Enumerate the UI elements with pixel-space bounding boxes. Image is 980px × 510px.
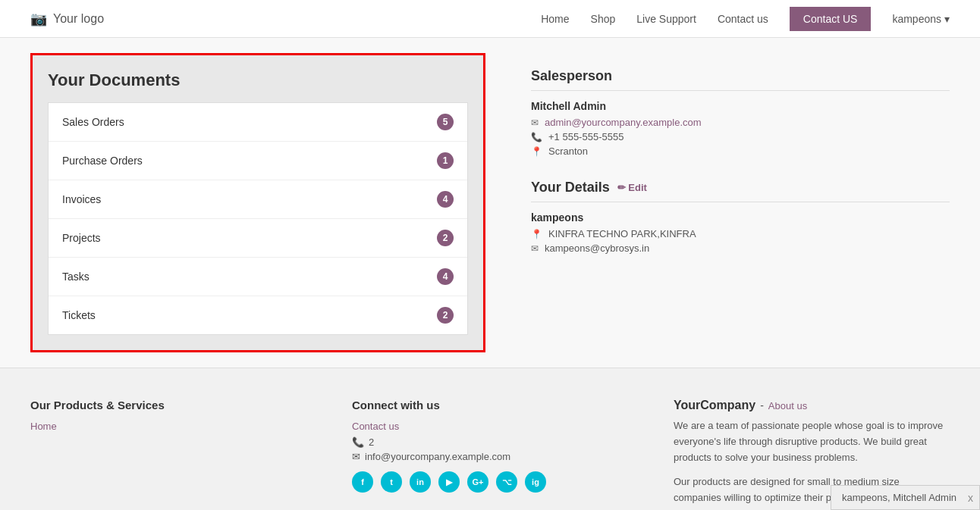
documents-list: Sales Orders5Purchase Orders1Invoices4Pr… <box>48 102 468 335</box>
main-content: Your Documents Sales Orders5Purchase Ord… <box>0 38 980 368</box>
nav-shop[interactable]: Shop <box>591 13 616 25</box>
doc-item[interactable]: Sales Orders5 <box>49 103 467 142</box>
doc-label: Purchase Orders <box>62 155 143 167</box>
doc-item[interactable]: Projects2 <box>49 219 467 258</box>
doc-badge: 5 <box>437 114 454 130</box>
main-nav: Home Shop Live Support Contact us Contac… <box>541 7 950 31</box>
edit-link[interactable]: ✏ Edit <box>617 182 647 193</box>
footer-home-link[interactable]: Home <box>30 421 306 432</box>
footer-connect-col: Connect with us Contact us 📞 2 ✉ info@yo… <box>352 399 628 510</box>
contact-us-button[interactable]: Contact US <box>790 7 872 31</box>
footer-contact-link[interactable]: Contact us <box>352 421 628 432</box>
facebook-icon[interactable]: f <box>352 471 373 493</box>
googleplus-icon[interactable]: G+ <box>467 471 488 493</box>
notification-close[interactable]: x <box>968 492 973 504</box>
your-details-section: Your Details ✏ Edit kampeons 📍 KINFRA TE… <box>531 180 950 254</box>
footer-desc-1: We are a team of passionate people whose… <box>674 418 950 465</box>
salesperson-heading: Salesperson <box>531 68 950 91</box>
doc-item[interactable]: Invoices4 <box>49 180 467 219</box>
footer-products-col: Our Products & Services Home <box>30 399 306 510</box>
location-icon: 📍 <box>531 146 542 157</box>
salesperson-phone: +1 555-555-5555 <box>548 131 623 142</box>
nav-live-support[interactable]: Live Support <box>636 13 696 25</box>
camera-icon: 📷 <box>30 11 47 27</box>
details-address: KINFRA TECHNO PARK,KINFRA <box>548 228 696 239</box>
footer-columns: Our Products & Services Home Connect wit… <box>30 399 950 510</box>
doc-item[interactable]: Tasks4 <box>49 258 467 296</box>
details-email-row: ✉ kampeons@cybrosys.in <box>531 242 950 254</box>
site-header: 📷 Your logo Home Shop Live Support Conta… <box>0 0 980 38</box>
salesperson-location-row: 📍 Scranton <box>531 145 950 157</box>
salesperson-name: Mitchell Admin <box>531 100 950 112</box>
doc-label: Sales Orders <box>62 116 124 128</box>
user-menu[interactable]: kampeons ▾ <box>892 13 950 25</box>
footer-email: ✉ info@yourcompany.example.com <box>352 451 628 462</box>
doc-badge: 2 <box>437 230 454 246</box>
details-address-row: 📍 KINFRA TECHNO PARK,KINFRA <box>531 228 950 239</box>
doc-badge: 4 <box>437 191 454 208</box>
details-heading-text: Your Details <box>531 180 610 196</box>
salesperson-section: Salesperson Mitchell Admin ✉ admin@yourc… <box>531 68 950 157</box>
footer-phone-number: 2 <box>369 436 374 448</box>
logo-text: Your logo <box>53 12 104 26</box>
footer-about-link[interactable]: About us <box>768 400 807 411</box>
footer-separator: - <box>760 399 764 411</box>
documents-title: Your Documents <box>48 70 468 90</box>
social-icons: f t in ▶ G+ ⌥ ig <box>352 471 628 493</box>
twitter-icon[interactable]: t <box>381 471 402 493</box>
linkedin-icon[interactable]: in <box>410 471 431 493</box>
doc-badge: 2 <box>437 307 454 324</box>
details-email: kampeons@cybrosys.in <box>545 242 649 254</box>
phone-icon: 📞 <box>352 436 364 448</box>
github-icon[interactable]: ⌥ <box>496 471 517 493</box>
footer-company-name: YourCompany <box>674 399 755 412</box>
address-icon: 📍 <box>531 229 542 239</box>
details-email-icon: ✉ <box>531 243 539 254</box>
email-icon: ✉ <box>352 451 360 462</box>
footer-phone: 📞 2 <box>352 436 628 448</box>
email-icon: ✉ <box>531 117 539 128</box>
salesperson-email[interactable]: admin@yourcompany.example.com <box>545 117 702 128</box>
doc-badge: 1 <box>437 152 454 169</box>
phone-icon: 📞 <box>531 132 542 142</box>
doc-item[interactable]: Purchase Orders1 <box>49 142 467 180</box>
footer-email-address: info@yourcompany.example.com <box>365 451 510 462</box>
details-header: Your Details ✏ Edit <box>531 180 950 196</box>
doc-item[interactable]: Tickets2 <box>49 296 467 334</box>
details-section-heading: Your Details ✏ Edit <box>531 180 950 202</box>
salesperson-email-row: ✉ admin@yourcompany.example.com <box>531 117 950 128</box>
doc-label: Tasks <box>62 271 90 283</box>
doc-label: Invoices <box>62 193 101 205</box>
nav-contact-us[interactable]: Contact us <box>718 13 768 25</box>
user-name: kampeons <box>892 13 941 25</box>
salesperson-location: Scranton <box>548 145 588 157</box>
details-company-name: kampeons <box>531 211 950 224</box>
youtube-icon[interactable]: ▶ <box>438 471 460 493</box>
logo-area: 📷 Your logo <box>30 11 104 27</box>
notification-text: kampeons, Mitchell Admin <box>842 492 956 503</box>
footer-products-title: Our Products & Services <box>30 399 306 411</box>
instagram-icon[interactable]: ig <box>525 471 546 493</box>
footer-connect-title: Connect with us <box>352 399 628 411</box>
doc-badge: 4 <box>437 268 454 285</box>
doc-label: Projects <box>62 232 101 244</box>
documents-panel: Your Documents Sales Orders5Purchase Ord… <box>30 53 485 352</box>
chevron-down-icon: ▾ <box>944 13 950 25</box>
nav-home[interactable]: Home <box>541 13 569 25</box>
notification-bar: kampeons, Mitchell Admin x <box>831 485 980 510</box>
salesperson-phone-row: 📞 +1 555-555-5555 <box>531 131 950 142</box>
right-panel: Salesperson Mitchell Admin ✉ admin@yourc… <box>531 53 950 352</box>
doc-label: Tickets <box>62 309 96 321</box>
